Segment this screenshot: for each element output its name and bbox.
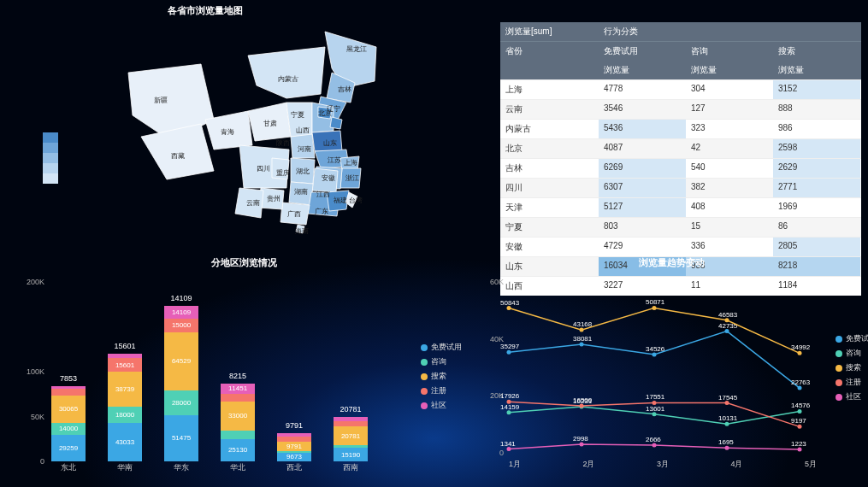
svg-point-44 xyxy=(652,412,657,416)
svg-point-56 xyxy=(725,318,729,322)
svg-text:22763: 22763 xyxy=(791,378,811,386)
svg-point-38 xyxy=(798,386,802,390)
svg-point-32 xyxy=(580,343,584,347)
legend-item[interactable]: 注册 xyxy=(836,377,868,388)
svg-point-48 xyxy=(798,409,802,414)
svg-point-74 xyxy=(652,443,657,448)
svg-text:江苏: 江苏 xyxy=(328,156,341,164)
svg-text:陕西: 陕西 xyxy=(276,139,290,147)
svg-text:广东: 广东 xyxy=(315,208,328,215)
svg-point-34 xyxy=(652,352,657,356)
svg-text:14576: 14576 xyxy=(791,402,811,409)
line-x-axis: 1月2月3月4月5月 xyxy=(509,459,817,470)
svg-text:10131: 10131 xyxy=(718,414,738,422)
legend-item[interactable]: 免费试用 xyxy=(421,342,462,353)
svg-text:46583: 46583 xyxy=(718,311,738,319)
svg-text:50843: 50843 xyxy=(500,299,520,307)
trend-line-panel: 浏览量趋势变动 0 20K 40K 60K 352973808134526427… xyxy=(483,256,859,478)
svg-text:42735: 42735 xyxy=(718,322,738,330)
china-map[interactable]: 黑龙江 吉林 辽宁 内蒙古 新疆 西藏 青海 甘肃 宁夏 山西 北京 山东 河南… xyxy=(120,21,393,235)
svg-text:2998: 2998 xyxy=(573,435,588,443)
svg-text:浙江: 浙江 xyxy=(345,174,359,182)
svg-text:2666: 2666 xyxy=(646,436,661,443)
svg-text:云南: 云南 xyxy=(246,199,260,207)
th-sum: 浏览量[sum] xyxy=(500,22,599,41)
bar-legend: 免费试用咨询搜索注册社区 xyxy=(421,342,462,411)
th-c0: 免费试用 xyxy=(599,42,686,61)
svg-text:河南: 河南 xyxy=(298,145,311,153)
svg-text:内蒙古: 内蒙古 xyxy=(278,75,298,83)
svg-point-72 xyxy=(580,443,584,447)
svg-text:1695: 1695 xyxy=(718,438,734,446)
table-row[interactable]: 宁夏8031586 xyxy=(500,217,861,237)
line-legend: 免费试用咨询搜索注册社区 xyxy=(836,333,868,402)
svg-text:宁夏: 宁夏 xyxy=(291,111,304,119)
svg-text:安徽: 安徽 xyxy=(322,174,335,182)
svg-point-68 xyxy=(798,425,802,429)
svg-text:17545: 17545 xyxy=(718,394,738,402)
bar-chart[interactable]: 2925914000300657853东北4303318000387391560… xyxy=(51,282,393,461)
bar-column[interactable]: 514752800064529150001410914109华东 xyxy=(164,306,198,461)
china-map-panel: 各省市浏览量地图 xyxy=(9,4,402,244)
bar-column[interactable]: 2513033000114518215华北 xyxy=(221,384,255,461)
bar-column[interactable]: 967397919791西北 xyxy=(277,433,311,461)
bar-y-axis: 0 50K 100K 200K xyxy=(17,282,48,461)
bar-column[interactable]: 2925914000300657853东北 xyxy=(51,386,86,461)
svg-text:江西: 江西 xyxy=(316,191,330,198)
svg-text:山西: 山西 xyxy=(296,126,310,134)
svg-point-60 xyxy=(507,400,511,404)
svg-text:湖北: 湖北 xyxy=(296,167,310,175)
svg-point-76 xyxy=(725,446,729,450)
bar-column[interactable]: 4303318000387391560115601华南 xyxy=(108,354,142,461)
svg-text:1223: 1223 xyxy=(791,440,806,448)
table-row[interactable]: 内蒙古5436323986 xyxy=(500,119,861,138)
line-chart[interactable]: 3529738081345264273522763141591623113601… xyxy=(492,282,817,453)
legend-item[interactable]: 注册 xyxy=(421,385,462,396)
svg-point-62 xyxy=(580,404,584,408)
svg-text:海南: 海南 xyxy=(295,227,309,235)
legend-item[interactable]: 咨询 xyxy=(836,348,868,359)
svg-point-46 xyxy=(725,422,729,426)
th-cat: 行为分类 xyxy=(599,22,861,41)
legend-item[interactable]: 社区 xyxy=(421,400,462,411)
bar-title: 分地区浏览情况 xyxy=(9,256,479,269)
province-table[interactable]: 浏览量[sum] 行为分类 省份 免费试用 咨询 搜索 浏览量 浏览量 浏览量 … xyxy=(500,22,861,296)
map-legend xyxy=(43,132,58,184)
table-row[interactable]: 四川63073822771 xyxy=(500,178,861,197)
legend-item[interactable]: 免费试用 xyxy=(836,333,868,344)
svg-point-30 xyxy=(507,350,511,355)
svg-text:14159: 14159 xyxy=(500,403,520,411)
svg-text:黑龙江: 黑龙江 xyxy=(346,45,367,53)
table-row[interactable]: 上海47783043152 xyxy=(500,79,861,99)
svg-text:北京: 北京 xyxy=(318,109,332,117)
svg-text:贵州: 贵州 xyxy=(267,195,280,202)
svg-text:四川: 四川 xyxy=(257,165,270,173)
table-row[interactable]: 云南3546127888 xyxy=(500,99,861,119)
region-bar-panel: 分地区浏览情况 0 50K 100K 200K 2925914000300657… xyxy=(9,256,479,478)
svg-text:1341: 1341 xyxy=(500,440,516,448)
svg-text:湖南: 湖南 xyxy=(294,188,308,196)
svg-point-36 xyxy=(725,329,729,333)
legend-item[interactable]: 咨询 xyxy=(421,356,462,367)
svg-text:西藏: 西藏 xyxy=(171,152,185,160)
legend-item[interactable]: 社区 xyxy=(836,391,868,402)
svg-text:34526: 34526 xyxy=(646,345,665,353)
svg-text:青海: 青海 xyxy=(221,128,234,136)
legend-item[interactable]: 搜索 xyxy=(836,362,868,373)
table-row[interactable]: 天津51274081969 xyxy=(500,197,861,217)
svg-point-58 xyxy=(798,351,802,355)
svg-text:福建: 福建 xyxy=(334,197,347,204)
svg-text:17926: 17926 xyxy=(500,392,520,400)
th-prov: 省份 xyxy=(500,42,599,61)
svg-text:新疆: 新疆 xyxy=(154,97,168,104)
svg-text:38081: 38081 xyxy=(573,335,593,343)
table-row[interactable]: 北京4087422598 xyxy=(500,138,861,158)
table-row[interactable]: 吉林62695402629 xyxy=(500,158,861,178)
svg-text:17551: 17551 xyxy=(646,393,665,401)
svg-text:34992: 34992 xyxy=(791,343,811,351)
legend-item[interactable]: 搜索 xyxy=(421,371,462,382)
bar-column[interactable]: 151902078120781西南 xyxy=(334,417,368,461)
svg-point-50 xyxy=(507,306,511,310)
svg-text:重庆: 重庆 xyxy=(276,169,290,177)
table-row[interactable]: 安徽47293362805 xyxy=(500,237,861,256)
